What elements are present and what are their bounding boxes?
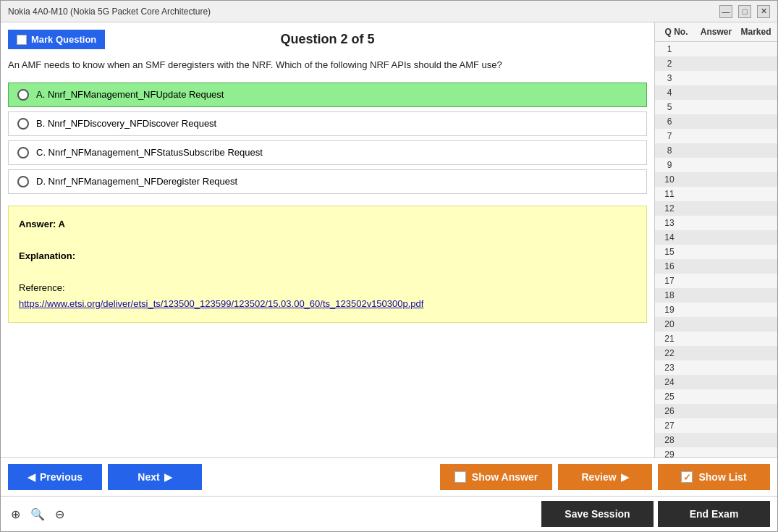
mark-question-button[interactable]: Mark Question bbox=[8, 30, 105, 49]
explanation-label: Explanation: bbox=[19, 250, 75, 261]
question-list-row[interactable]: 17 bbox=[655, 274, 777, 288]
show-list-button[interactable]: ✓ Show List bbox=[658, 464, 770, 490]
question-list[interactable]: 1 2 3 4 5 6 7 8 bbox=[655, 42, 777, 457]
close-button[interactable]: ✕ bbox=[757, 5, 770, 18]
question-num: 2 bbox=[655, 59, 684, 69]
question-list-row[interactable]: 11 bbox=[655, 187, 777, 201]
show-answer-label: Show Answer bbox=[472, 471, 538, 483]
question-list-row[interactable]: 15 bbox=[655, 245, 777, 259]
question-num: 8 bbox=[655, 145, 684, 156]
question-list-row[interactable]: 6 bbox=[655, 114, 777, 129]
option-d-label: D. Nnrf_NFManagement_NFDeregister Reques… bbox=[36, 176, 237, 187]
zoom-in-button[interactable]: ⊕ bbox=[8, 506, 23, 523]
question-num: 27 bbox=[655, 421, 684, 431]
question-num: 19 bbox=[655, 305, 684, 315]
show-answer-button[interactable]: Show Answer bbox=[440, 464, 552, 490]
zoom-out-button[interactable]: ⊖ bbox=[52, 506, 67, 523]
header-answer: Answer bbox=[696, 25, 736, 38]
question-num: 9 bbox=[655, 160, 684, 170]
question-list-row[interactable]: 18 bbox=[655, 288, 777, 303]
reference-link[interactable]: https://www.etsi.org/deliver/etsi_ts/123… bbox=[19, 298, 423, 309]
bottom-bar: ◀ Previous Next ▶ Show Answer Review ▶ ✓… bbox=[1, 457, 777, 496]
question-num: 10 bbox=[655, 174, 684, 185]
option-c-label: C. Nnrf_NFManagement_NFStatusSubscribe R… bbox=[36, 147, 263, 158]
radio-b bbox=[17, 118, 29, 130]
question-list-row[interactable]: 21 bbox=[655, 332, 777, 346]
option-a[interactable]: A. Nnrf_NFManagement_NFUpdate Request bbox=[8, 83, 647, 107]
question-list-row[interactable]: 29 bbox=[655, 447, 777, 457]
answer-explanation-box: Answer: A Explanation: Reference: https:… bbox=[8, 206, 647, 324]
option-d[interactable]: D. Nnrf_NFManagement_NFDeregister Reques… bbox=[8, 169, 647, 194]
show-answer-checkbox-icon bbox=[454, 471, 466, 483]
question-num: 22 bbox=[655, 348, 684, 358]
question-num: 23 bbox=[655, 363, 684, 373]
question-list-row[interactable]: 14 bbox=[655, 230, 777, 245]
zoom-reset-button[interactable]: 🔍 bbox=[28, 506, 48, 523]
top-bar: Mark Question Question 2 of 5 bbox=[8, 30, 647, 49]
prev-arrow-icon: ◀ bbox=[28, 471, 35, 483]
question-list-row[interactable]: 7 bbox=[655, 129, 777, 143]
main-window: Nokia 4A0-M10 (Nokia 5G Packet Core Arch… bbox=[0, 0, 778, 532]
radio-c bbox=[17, 147, 29, 159]
question-list-header: Q No. Answer Marked bbox=[655, 22, 777, 42]
review-button[interactable]: Review ▶ bbox=[558, 464, 652, 490]
mark-question-label: Mark Question bbox=[31, 34, 96, 45]
next-arrow-icon: ▶ bbox=[164, 471, 172, 483]
question-list-row[interactable]: 28 bbox=[655, 433, 777, 447]
question-list-row[interactable]: 24 bbox=[655, 375, 777, 389]
maximize-button[interactable]: □ bbox=[738, 5, 751, 18]
question-list-row[interactable]: 5 bbox=[655, 100, 777, 114]
question-list-row[interactable]: 13 bbox=[655, 216, 777, 230]
question-num: 7 bbox=[655, 131, 684, 141]
save-session-button[interactable]: Save Session bbox=[541, 501, 654, 527]
question-title: Question 2 of 5 bbox=[280, 32, 374, 47]
left-panel: Mark Question Question 2 of 5 An AMF nee… bbox=[1, 22, 654, 457]
next-label: Next bbox=[138, 471, 159, 483]
option-b[interactable]: B. Nnrf_NFDiscovery_NFDiscover Request bbox=[8, 111, 647, 136]
question-list-row[interactable]: 27 bbox=[655, 418, 777, 433]
question-list-row[interactable]: 10 bbox=[655, 172, 777, 187]
question-list-row[interactable]: 20 bbox=[655, 317, 777, 332]
question-text: An AMF needs to know when an SMF deregis… bbox=[8, 58, 647, 72]
question-num: 13 bbox=[655, 218, 684, 228]
question-num: 5 bbox=[655, 102, 684, 112]
question-num: 24 bbox=[655, 377, 684, 387]
window-controls: — □ ✕ bbox=[719, 5, 770, 18]
question-list-row[interactable]: 8 bbox=[655, 143, 777, 158]
reference-label: Reference: bbox=[19, 282, 65, 293]
question-list-row[interactable]: 4 bbox=[655, 85, 777, 100]
main-content: Mark Question Question 2 of 5 An AMF nee… bbox=[1, 22, 777, 457]
question-num: 1 bbox=[655, 44, 684, 54]
question-list-row[interactable]: 3 bbox=[655, 71, 777, 85]
end-exam-button[interactable]: End Exam bbox=[658, 501, 770, 527]
question-num: 21 bbox=[655, 334, 684, 344]
previous-button[interactable]: ◀ Previous bbox=[8, 464, 102, 490]
question-list-row[interactable]: 26 bbox=[655, 404, 777, 418]
header-marked: Marked bbox=[736, 25, 776, 38]
previous-label: Previous bbox=[40, 471, 83, 483]
question-num: 17 bbox=[655, 276, 684, 286]
option-c[interactable]: C. Nnrf_NFManagement_NFStatusSubscribe R… bbox=[8, 140, 647, 165]
answer-label: Answer: A bbox=[19, 219, 65, 229]
question-num: 16 bbox=[655, 261, 684, 271]
question-list-row[interactable]: 1 bbox=[655, 42, 777, 56]
question-list-row[interactable]: 23 bbox=[655, 360, 777, 375]
minimize-button[interactable]: — bbox=[719, 5, 732, 18]
question-list-row[interactable]: 2 bbox=[655, 56, 777, 71]
question-list-row[interactable]: 25 bbox=[655, 389, 777, 404]
right-panel: Q No. Answer Marked 1 2 3 4 5 6 bbox=[654, 22, 777, 457]
question-num: 4 bbox=[655, 88, 684, 98]
header-qno: Q No. bbox=[656, 25, 696, 38]
review-label: Review bbox=[581, 471, 616, 483]
question-list-row[interactable]: 16 bbox=[655, 259, 777, 274]
window-title: Nokia 4A0-M10 (Nokia 5G Packet Core Arch… bbox=[8, 7, 211, 17]
next-button[interactable]: Next ▶ bbox=[108, 464, 202, 490]
bottom-bar2: ⊕ 🔍 ⊖ Save Session End Exam bbox=[1, 496, 777, 531]
show-list-checkbox-icon: ✓ bbox=[681, 471, 693, 483]
question-list-row[interactable]: 22 bbox=[655, 346, 777, 360]
radio-a bbox=[17, 89, 29, 101]
question-list-row[interactable]: 9 bbox=[655, 158, 777, 172]
radio-d bbox=[17, 176, 29, 187]
question-list-row[interactable]: 12 bbox=[655, 201, 777, 216]
question-list-row[interactable]: 19 bbox=[655, 303, 777, 317]
